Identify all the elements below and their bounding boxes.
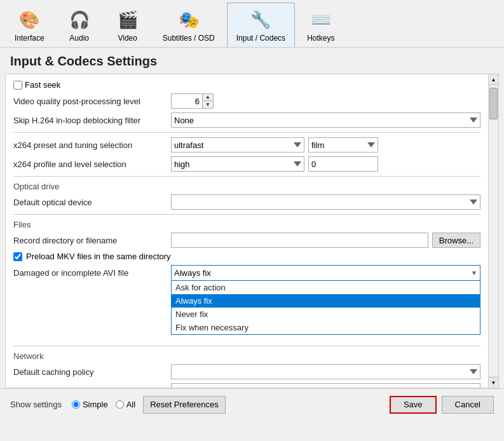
dropdown-options-list: Ask for action Always fix Never fix Fix …	[171, 280, 480, 335]
spin-down-button[interactable]: ▼	[203, 101, 213, 108]
skip-h264-row: Skip H.264 in-loop deblocking filter Non…	[13, 111, 480, 130]
page-title: Input & Codecs Settings	[0, 48, 504, 74]
x264-tuning-select[interactable]: film	[308, 137, 378, 153]
optical-device-control	[171, 194, 480, 210]
separator-4	[13, 346, 480, 346]
caching-label: Default caching policy	[13, 367, 166, 377]
all-radio[interactable]	[116, 400, 124, 409]
scroll-track	[489, 85, 498, 377]
x264-profile-row: x264 profile and level selection high	[13, 154, 480, 173]
separator-1	[13, 132, 480, 133]
caching-row: Default caching policy	[13, 362, 480, 381]
nav-tabs: 🎨 Interface 🎧 Audio 🎬 Video 🎭 Subtitles …	[0, 0, 504, 48]
video-icon: 🎬	[115, 7, 140, 32]
dropdown-arrow-icon: ▼	[471, 269, 477, 276]
simple-label: Simple	[83, 400, 108, 409]
http-proxy-label: HTTP proxy URL	[13, 386, 166, 388]
tab-subtitles-label: Subtitles / OSD	[163, 34, 215, 43]
tab-hotkeys-label: Hotkeys	[307, 34, 334, 43]
save-button[interactable]: Save	[390, 396, 437, 414]
skip-h264-control: None	[171, 112, 480, 128]
fast-seek-label: Fast seek	[25, 80, 60, 90]
separator-2	[13, 176, 480, 177]
record-dir-row: Record directory or filename Browse...	[13, 231, 480, 250]
dropdown-selected[interactable]: Always fix ▼	[171, 265, 480, 280]
scroll-up-button[interactable]: ▲	[489, 74, 498, 85]
audio-icon: 🎧	[67, 7, 92, 32]
tab-audio[interactable]: 🎧 Audio	[57, 3, 102, 47]
x264-preset-row: x264 preset and tuning selection ultrafa…	[13, 135, 480, 154]
optical-drive-header: Optical drive	[13, 179, 480, 193]
browse-button[interactable]: Browse...	[432, 233, 480, 248]
dropdown-option-ask[interactable]: Ask for action	[172, 281, 480, 294]
spin-buttons: ▲ ▼	[203, 93, 214, 109]
x264-profile-select[interactable]: high	[171, 156, 304, 172]
x264-level-input[interactable]	[308, 156, 378, 172]
scrollbar: ▲ ▼	[488, 74, 498, 388]
caching-control	[171, 364, 480, 379]
files-header: Files	[13, 217, 480, 231]
tab-video[interactable]: 🎬 Video	[105, 3, 151, 47]
x264-preset-control: ultrafast film	[171, 137, 480, 153]
hotkeys-icon: ⌨️	[308, 7, 334, 32]
damaged-avi-control: Always fix ▼ Ask for action Always fix N…	[171, 265, 480, 280]
video-quality-row: Video quality post-processing level ▲ ▼	[13, 92, 480, 111]
skip-h264-select[interactable]: None	[171, 112, 480, 128]
video-quality-input[interactable]	[171, 93, 203, 109]
fast-seek-checkbox[interactable]	[13, 81, 22, 90]
dropdown-selected-text: Always fix	[174, 268, 211, 278]
all-radio-item[interactable]: All	[116, 400, 135, 409]
video-quality-spinner: ▲ ▼	[171, 93, 214, 109]
damaged-avi-dropdown[interactable]: Always fix ▼ Ask for action Always fix N…	[171, 265, 480, 280]
preload-mkv-checkbox[interactable]	[13, 252, 22, 261]
dropdown-option-never-fix[interactable]: Never fix	[172, 308, 480, 321]
x264-preset-select[interactable]: ultrafast	[171, 137, 304, 153]
bottom-actions: Save Cancel	[390, 396, 494, 414]
tab-hotkeys[interactable]: ⌨️ Hotkeys	[297, 3, 344, 47]
simple-radio[interactable]	[72, 400, 80, 409]
record-dir-control: Browse...	[171, 233, 480, 248]
record-dir-label: Record directory or filename	[13, 236, 166, 245]
x264-preset-label: x264 preset and tuning selection	[13, 140, 166, 150]
preload-mkv-label: Preload MKV files in the same directory	[26, 252, 171, 261]
tab-interface[interactable]: 🎨 Interface	[5, 3, 54, 47]
tab-input-codecs[interactable]: 🔧 Input / Codecs	[227, 3, 295, 47]
scroll-thumb[interactable]	[489, 88, 498, 119]
http-proxy-control	[171, 383, 480, 388]
x264-profile-label: x264 profile and level selection	[13, 159, 166, 169]
tab-interface-label: Interface	[15, 34, 44, 43]
http-proxy-input[interactable]	[171, 383, 480, 388]
bottom-bar: Show settings Simple All Reset Preferenc…	[0, 388, 504, 420]
interface-icon: 🎨	[17, 7, 42, 32]
tab-video-label: Video	[118, 34, 137, 43]
preload-mkv-row: Preload MKV files in the same directory	[13, 250, 480, 263]
record-dir-input[interactable]	[171, 233, 428, 248]
input-codecs-icon: 🔧	[248, 7, 273, 32]
optical-device-select[interactable]	[171, 194, 480, 210]
all-label: All	[126, 400, 135, 409]
subtitles-icon: 🎭	[176, 7, 201, 32]
scroll-down-button[interactable]: ▼	[489, 377, 498, 388]
spin-up-button[interactable]: ▲	[203, 94, 213, 101]
tab-subtitles[interactable]: 🎭 Subtitles / OSD	[153, 3, 224, 47]
skip-h264-label: Skip H.264 in-loop deblocking filter	[13, 116, 166, 125]
optical-device-label: Default optical device	[13, 198, 166, 207]
tab-input-codecs-label: Input / Codecs	[236, 34, 285, 43]
reset-preferences-button[interactable]: Reset Preferences	[143, 396, 226, 414]
show-settings-label: Show settings	[10, 400, 62, 409]
video-quality-label: Video quality post-processing level	[13, 97, 166, 106]
optical-device-row: Default optical device	[13, 193, 480, 212]
x264-profile-control: high	[171, 156, 480, 172]
network-header: Network	[13, 349, 480, 362]
video-quality-control: ▲ ▼	[171, 93, 480, 109]
caching-select[interactable]	[171, 364, 480, 379]
separator-3	[13, 214, 480, 215]
dropdown-option-fix-when[interactable]: Fix when necessary	[172, 321, 480, 334]
http-proxy-row: HTTP proxy URL	[13, 381, 480, 388]
cancel-button[interactable]: Cancel	[442, 396, 494, 414]
damaged-avi-label: Damaged or incomplete AVI file	[13, 268, 166, 278]
simple-radio-item[interactable]: Simple	[72, 400, 108, 409]
dropdown-option-always-fix[interactable]: Always fix	[172, 294, 480, 308]
damaged-avi-row: Damaged or incomplete AVI file Always fi…	[13, 263, 480, 282]
tab-audio-label: Audio	[69, 34, 89, 43]
